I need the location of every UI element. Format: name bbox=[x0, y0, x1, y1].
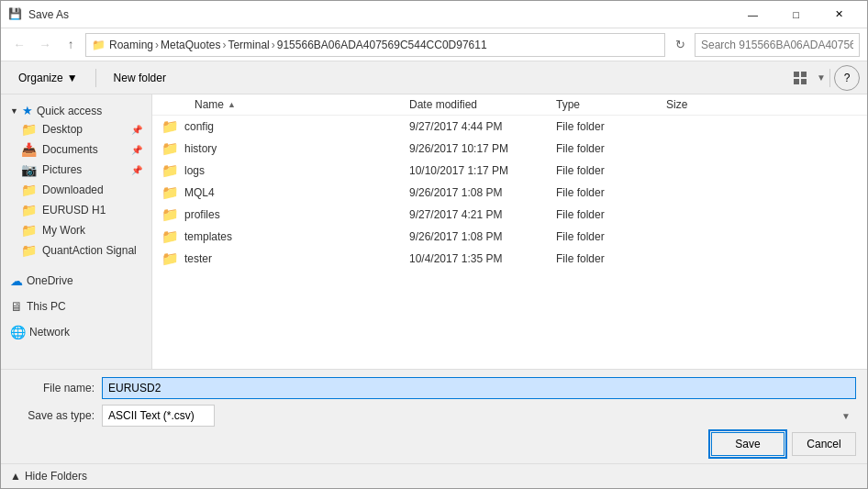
sidebar-item-pictures[interactable]: 📷 Pictures 📌 bbox=[1, 160, 151, 180]
file-row-date: 9/26/2017 10:17 PM bbox=[409, 142, 556, 155]
file-row-type: File folder bbox=[556, 164, 666, 177]
svg-rect-2 bbox=[794, 79, 799, 84]
pictures-folder-icon: 📷 bbox=[21, 162, 37, 177]
table-row[interactable]: 📁 templates 9/26/2017 1:08 PM File folde… bbox=[152, 226, 867, 248]
view-toggle-button[interactable] bbox=[787, 65, 813, 91]
filetype-row: Save as type: ASCII Text (*.csv)CSV (*.c… bbox=[12, 405, 856, 427]
path-icon: 📁 bbox=[92, 39, 106, 51]
sidebar-item-eurusd[interactable]: 📁 EURUSD H1 bbox=[1, 200, 151, 220]
save-button[interactable]: Save bbox=[711, 432, 785, 456]
view-arrow-icon: ▼ bbox=[817, 72, 826, 83]
network-item[interactable]: 🌐 Network bbox=[1, 319, 151, 341]
file-row-type: File folder bbox=[556, 230, 666, 243]
sidebar-item-documents[interactable]: 📥 Documents 📌 bbox=[1, 139, 151, 160]
up-button[interactable]: ↑ bbox=[60, 34, 82, 56]
minimize-button[interactable]: — bbox=[732, 1, 773, 28]
bottom-buttons: Save Cancel bbox=[12, 432, 856, 456]
filetype-select[interactable]: ASCII Text (*.csv)CSV (*.csv)Text (*.txt… bbox=[102, 405, 215, 427]
sidebar-item-quantaction[interactable]: 📁 QuantAction Signal bbox=[1, 240, 151, 261]
address-path[interactable]: 📁 Roaming › MetaQuotes › Terminal › 9155… bbox=[85, 33, 665, 57]
new-folder-button[interactable]: New folder bbox=[104, 65, 176, 91]
hide-folders-label: Hide Folders bbox=[25, 470, 87, 483]
address-bar: ← → ↑ 📁 Roaming › MetaQuotes › Terminal … bbox=[1, 28, 867, 61]
documents-folder-icon: 📥 bbox=[21, 142, 37, 157]
mywork-folder-icon: 📁 bbox=[21, 223, 37, 238]
filetype-label: Save as type: bbox=[12, 409, 95, 422]
file-row-name: 📁 history bbox=[152, 140, 409, 157]
thispc-icon: 🖥 bbox=[10, 299, 23, 314]
hide-folders-toggle[interactable]: ▲ Hide Folders bbox=[1, 463, 867, 488]
table-row[interactable]: 📁 logs 10/10/2017 1:17 PM File folder bbox=[152, 160, 867, 182]
sidebar-item-desktop[interactable]: 📁 Desktop 📌 bbox=[1, 119, 151, 139]
close-button[interactable]: ✕ bbox=[818, 1, 860, 28]
file-row-date: 9/27/2017 4:44 PM bbox=[409, 120, 556, 133]
filename-row: File name: bbox=[12, 377, 856, 399]
file-row-type: File folder bbox=[556, 252, 666, 265]
file-row-type: File folder bbox=[556, 142, 666, 155]
file-row-date: 10/4/2017 1:35 PM bbox=[409, 252, 556, 265]
file-row-name: 📁 profiles bbox=[152, 206, 409, 223]
quick-access-star-icon: ★ bbox=[22, 104, 33, 117]
documents-pin-icon: 📌 bbox=[131, 145, 142, 155]
folder-icon: 📁 bbox=[161, 206, 179, 223]
col-header-size[interactable]: Size bbox=[666, 98, 740, 111]
filename-input[interactable] bbox=[102, 377, 856, 399]
titlebar-controls: — □ ✕ bbox=[732, 1, 860, 28]
table-row[interactable]: 📁 history 9/26/2017 10:17 PM File folder bbox=[152, 138, 867, 160]
back-button[interactable]: ← bbox=[8, 34, 30, 56]
maximize-button[interactable]: □ bbox=[775, 1, 817, 28]
sidebar-eurusd-label: EURUSD H1 bbox=[42, 204, 106, 217]
sidebar-desktop-label: Desktop bbox=[42, 123, 83, 136]
desktop-folder-icon: 📁 bbox=[21, 122, 37, 137]
help-button[interactable]: ? bbox=[834, 65, 860, 91]
sidebar-mywork-label: My Work bbox=[42, 224, 85, 237]
organize-button[interactable]: Organize ▼ bbox=[8, 65, 88, 91]
forward-button[interactable]: → bbox=[34, 34, 56, 56]
sidebar-pictures-label: Pictures bbox=[42, 163, 82, 176]
sidebar-item-mywork[interactable]: 📁 My Work bbox=[1, 220, 151, 240]
folder-icon: 📁 bbox=[161, 250, 179, 267]
file-row-date: 10/10/2017 1:17 PM bbox=[409, 164, 556, 177]
select-arrow-icon: ▼ bbox=[841, 411, 851, 421]
file-row-name: 📁 templates bbox=[152, 228, 409, 245]
quick-access-header[interactable]: ▼ ★ Quick access bbox=[1, 98, 151, 119]
filetype-wrapper: ASCII Text (*.csv)CSV (*.csv)Text (*.txt… bbox=[102, 405, 856, 427]
thispc-item[interactable]: 🖥 This PC bbox=[1, 294, 151, 316]
quantaction-folder-icon: 📁 bbox=[21, 243, 37, 258]
toolbar-separator2 bbox=[829, 69, 830, 87]
table-row[interactable]: 📁 MQL4 9/26/2017 1:08 PM File folder bbox=[152, 182, 867, 204]
table-row[interactable]: 📁 profiles 9/27/2017 4:21 PM File folder bbox=[152, 204, 867, 226]
file-row-name: 📁 config bbox=[152, 118, 409, 135]
file-rows-container: 📁 config 9/27/2017 4:44 PM File folder 📁… bbox=[152, 116, 867, 270]
sidebar: ▼ ★ Quick access 📁 Desktop 📌 📥 Documents… bbox=[1, 94, 152, 369]
organize-label: Organize bbox=[18, 72, 63, 84]
refresh-button[interactable]: ↻ bbox=[669, 34, 691, 56]
network-icon: 🌐 bbox=[10, 325, 26, 339]
folder-icon: 📁 bbox=[161, 140, 179, 157]
search-input[interactable] bbox=[695, 33, 860, 57]
col-header-name[interactable]: Name ▲ bbox=[152, 98, 409, 111]
view-grid-icon bbox=[793, 71, 807, 85]
table-row[interactable]: 📁 config 9/27/2017 4:44 PM File folder bbox=[152, 116, 867, 138]
col-header-date[interactable]: Date modified bbox=[409, 98, 556, 111]
table-row[interactable]: 📁 tester 10/4/2017 1:35 PM File folder bbox=[152, 248, 867, 270]
main-area: ▼ ★ Quick access 📁 Desktop 📌 📥 Documents… bbox=[1, 94, 867, 369]
cancel-button[interactable]: Cancel bbox=[792, 432, 856, 456]
sidebar-quantaction-label: QuantAction Signal bbox=[42, 244, 137, 257]
sidebar-item-downloaded[interactable]: 📁 Downloaded bbox=[1, 180, 151, 200]
onedrive-item[interactable]: ☁ OneDrive bbox=[1, 268, 151, 290]
folder-icon: 📁 bbox=[161, 118, 179, 135]
sidebar-downloaded-label: Downloaded bbox=[42, 183, 104, 196]
file-list-header: Name ▲ Date modified Type Size bbox=[152, 94, 867, 116]
col-header-type[interactable]: Type bbox=[556, 98, 666, 111]
file-list: Name ▲ Date modified Type Size 📁 config … bbox=[152, 94, 867, 369]
sidebar-documents-label: Documents bbox=[42, 143, 98, 156]
name-sort-icon: ▲ bbox=[228, 100, 236, 109]
file-row-type: File folder bbox=[556, 186, 666, 199]
path-guid: 915566BA06ADA407569C544CC0D97611 bbox=[277, 39, 487, 51]
titlebar-title: Save As bbox=[28, 8, 732, 21]
onedrive-label: OneDrive bbox=[27, 274, 73, 287]
toolbar: Organize ▼ New folder ▼ ? bbox=[1, 61, 867, 94]
file-row-date: 9/26/2017 1:08 PM bbox=[409, 186, 556, 199]
path-terminal: Terminal bbox=[228, 39, 269, 51]
